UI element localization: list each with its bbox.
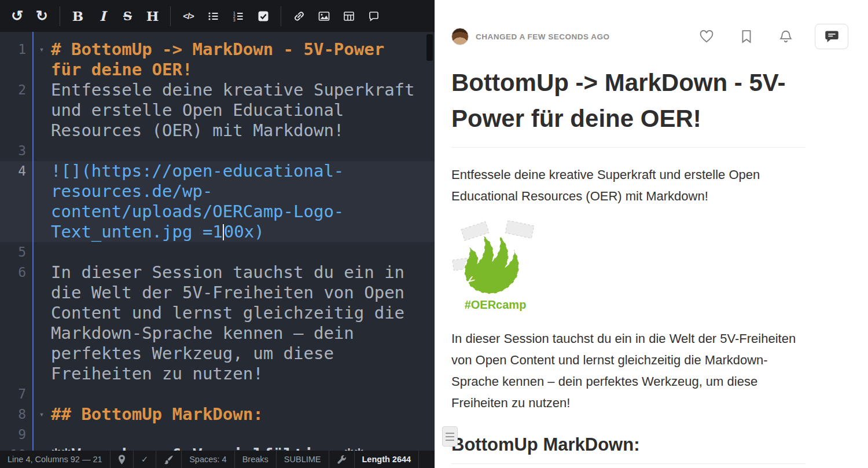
heading-button[interactable]: H [140,6,165,27]
intro-paragraph: Entfessele deine kreative Superkraft und… [451,164,806,207]
document-meta-row: CHANGED A FEW SECONDS AGO [451,23,848,50]
editor-line-8[interactable]: 8▾## BottomUp MarkDown: [0,404,435,425]
table-button[interactable] [336,6,361,27]
session-paragraph: In dieser Session tauchst du ein in die … [451,328,806,414]
comments-toggle-button[interactable] [815,24,848,49]
theme-brush-icon [164,455,174,465]
section-heading: BottomUp MarkDown: [451,434,806,464]
redo-button[interactable]: ↻ [30,6,54,27]
ordered-list-icon: 123 [233,10,244,22]
line-number: 10 [0,445,32,451]
editor-statusbar: Line 4, Columns 92 — 21✓Spaces: 4BreaksS… [0,451,435,468]
divider-handle[interactable] [442,426,458,447]
fold-gutter [32,242,51,262]
redo-icon: ↻ [36,9,48,23]
strikethrough-icon: S [123,9,132,23]
status-spellcheck[interactable]: ✓ [134,451,157,468]
italic-icon: I [100,8,106,24]
editor-line-10[interactable]: 10**Verwahren & Vervielfältigen** [0,445,435,451]
image-button[interactable] [311,6,336,27]
line-number: 8 [0,404,32,425]
italic-button[interactable]: I [90,6,115,27]
last-changed-label: CHANGED A FEW SECONDS AGO [476,32,610,41]
unordered-list-button[interactable] [201,6,226,27]
editor-line-2[interactable]: 2Entfessele deine kreative Superkraftund… [0,80,435,141]
editor-line-6[interactable]: 6In dieser Session tauchst du ein indie … [0,262,435,384]
preview-pane: CHANGED A FEW SECONDS AGO BottomUp -> Ma… [443,0,868,468]
bold-button[interactable]: B [65,6,90,27]
bold-icon: B [72,8,83,24]
status-keymap[interactable]: SUBLIME [277,451,329,468]
indent-label: Spaces: 4 [189,455,227,464]
link-button[interactable] [286,6,311,27]
comment-icon [368,10,380,22]
length-label: Length 2644 [362,455,411,464]
editor-line-1[interactable]: 1▾# BottomUp -> MarkDown - 5V-Powerfür d… [0,39,435,80]
line-number: 3 [0,141,32,161]
checklist-button[interactable] [251,6,275,27]
status-preferences-wrench[interactable] [329,451,355,468]
heading-icon: H [146,8,159,24]
code-editor[interactable]: 1▾# BottomUp -> MarkDown - 5V-Powerfür d… [0,32,435,451]
fold-marker-icon[interactable]: ▾ [32,39,51,80]
line-number: 9 [0,425,32,445]
app-window: ↺↻BISH</>123 1▾# BottomUp -> MarkDown - … [0,0,868,468]
text-cursor [223,224,224,240]
fold-marker-icon[interactable]: ▾ [32,404,51,425]
fold-gutter [32,445,51,451]
like-button[interactable] [699,30,714,43]
editor-lines: 1▾# BottomUp -> MarkDown - 5V-Powerfür d… [0,39,435,451]
ordered-list-button[interactable]: 123 [226,6,251,27]
document-title: BottomUp -> MarkDown - 5V-Power für dein… [451,65,806,148]
pane-divider[interactable] [435,0,443,468]
status-theme-brush[interactable] [156,451,182,468]
line-number: 1 [0,39,32,80]
heart-icon [699,30,714,43]
unordered-list-icon [208,10,219,22]
line-number: 7 [0,384,32,404]
fold-gutter [32,161,51,242]
fold-gutter [32,425,51,445]
status-cursor-position[interactable]: Line 4, Columns 92 — 21 [0,451,111,468]
status-length[interactable]: Length 2644 [355,451,420,468]
linebreaks-label: Breaks [242,455,269,464]
status-linebreaks[interactable]: Breaks [235,451,277,468]
code-icon: </> [183,11,194,21]
bookmark-button[interactable] [740,30,753,43]
spellcheck-icon: ✓ [141,454,149,465]
editor-line-7[interactable]: 7 [0,384,435,404]
fold-gutter [32,384,51,404]
editor-line-5[interactable]: 5 [0,242,435,262]
line-number: 2 [0,80,32,141]
line-number: 5 [0,242,32,262]
fold-gutter [32,262,51,384]
gutter-divider [32,32,34,451]
editor-toolbar: ↺↻BISH</>123 [0,0,435,32]
author-avatar[interactable] [451,28,469,45]
oercamp-logo-text: #OERcamp [451,298,539,312]
fold-gutter [32,141,51,161]
rendered-document: BottomUp -> MarkDown - 5V-Power für dein… [451,65,806,464]
bookmark-icon [740,30,753,43]
status-pin[interactable] [111,451,134,468]
editor-scrollbar-thumb[interactable] [426,34,433,61]
keymap-label: SUBLIME [284,455,321,464]
code-button[interactable]: </> [176,6,201,27]
link-icon [293,10,305,22]
bell-icon [779,30,793,43]
editor-line-9[interactable]: 9 [0,425,435,445]
checklist-icon [258,10,269,22]
editor-pane: ↺↻BISH</>123 1▾# BottomUp -> MarkDown - … [0,0,435,468]
oercamp-flame-graphic: ✂ [452,221,539,295]
undo-button[interactable]: ↺ [5,6,30,27]
comment-button[interactable] [361,6,386,27]
editor-line-3[interactable]: 3 [0,141,435,161]
svg-text:3: 3 [233,18,236,22]
line-number: 4 [0,161,32,242]
subscribe-button[interactable] [779,30,793,43]
strikethrough-button[interactable]: S [115,6,140,27]
editor-line-4[interactable]: 4![](https://open-educational-resources.… [0,161,435,242]
status-indent[interactable]: Spaces: 4 [182,451,235,468]
pin-icon [118,455,126,465]
cursor-position-label: Line 4, Columns 92 — 21 [8,455,102,464]
